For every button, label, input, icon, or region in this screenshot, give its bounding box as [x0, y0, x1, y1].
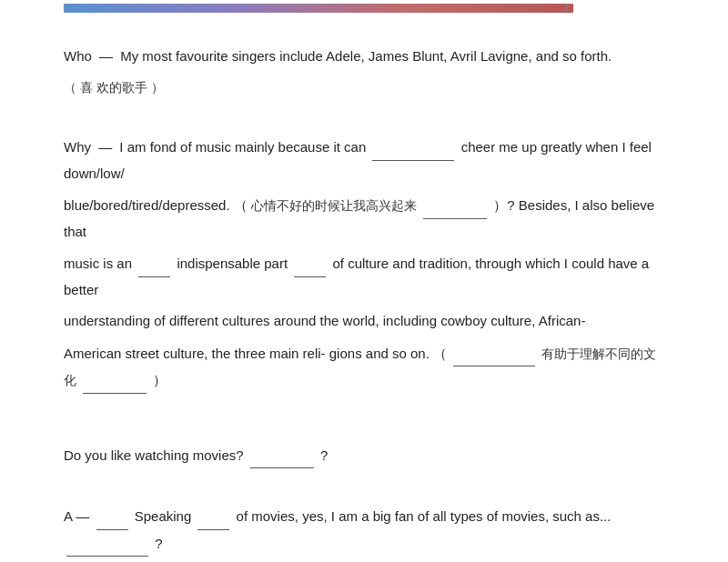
page-number: 2	[563, 3, 569, 13]
separator-3	[64, 485, 664, 503]
why-chinese-2: 心情不好的时候让我高兴起来	[251, 198, 417, 213]
why-text-music: music is an	[64, 256, 132, 271]
blank-5	[453, 340, 535, 367]
blank-4	[294, 250, 326, 277]
why-text-cheer: cheer me up	[461, 139, 537, 155]
why-line-2: blue/bored/tired/depressed. （ 心情不好的时候让我高…	[64, 192, 664, 245]
blank-6	[83, 366, 147, 394]
a-label: A —	[64, 508, 89, 524]
why-line-1: Why — I am fond of music mainly because …	[64, 134, 664, 186]
movies-q-text: Do you like watching movies?	[64, 447, 244, 463]
why-closing-paren: ）	[153, 372, 167, 387]
top-bar: 2	[0, 0, 728, 16]
a-q-mark: ?	[155, 536, 162, 551]
who-text: My most favourite singers include Adele,…	[120, 48, 612, 64]
movies-question: Do you like watching movies? ?	[64, 442, 664, 469]
blank-3	[138, 250, 170, 277]
blank-7	[250, 442, 314, 469]
why-section: Why — I am fond of music mainly because …	[64, 134, 664, 394]
separator-2	[64, 410, 664, 442]
movies-q-mark: ?	[320, 447, 328, 463]
why-text-3: blue/bored/tired/depressed. （	[64, 197, 248, 213]
blank-1	[372, 134, 454, 161]
main-content: Who — My most favourite singers include …	[0, 25, 728, 562]
a-speaking: Speaking	[135, 508, 192, 524]
why-text-indispensable: indispensable part	[177, 256, 288, 271]
blank-8	[96, 503, 128, 530]
blank-10	[66, 530, 148, 557]
why-text-street: American street culture, the three main …	[64, 346, 447, 361]
why-text-1: I am fond of music mainly because it can	[119, 139, 366, 155]
movies-section: Do you like watching movies? ?	[64, 442, 664, 469]
a-line: A — Speaking of movies, yes, I am a big …	[64, 503, 664, 557]
why-label: Why	[64, 139, 91, 155]
blank-9	[197, 503, 229, 530]
why-dash: —	[98, 139, 112, 155]
a-text: of movies, yes, I am a big fan of all ty…	[237, 508, 612, 524]
separator-1	[64, 115, 664, 134]
why-line-4: understanding of different cultures arou…	[64, 308, 664, 335]
who-line: Who — My most favourite singers include …	[64, 44, 664, 70]
why-line-5: American street culture, the three main …	[64, 340, 664, 394]
a-section: A — Speaking of movies, yes, I am a big …	[64, 503, 664, 557]
who-chinese: （ 喜 欢的歌手 ）	[64, 75, 664, 100]
blank-2	[423, 192, 487, 219]
who-label: Who	[64, 48, 92, 64]
gradient-bar	[64, 4, 573, 13]
who-dash: —	[99, 48, 113, 64]
who-section: Who — My most favourite singers include …	[64, 44, 664, 99]
why-line-3: music is an indispensable part of cultur…	[64, 250, 664, 303]
